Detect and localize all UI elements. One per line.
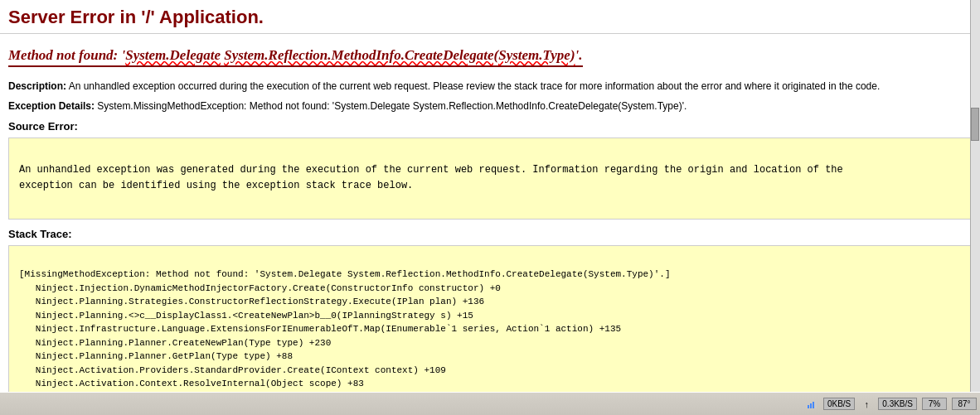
- stack-trace-box: [MissingMethodException: Method not foun…: [8, 245, 972, 415]
- temp-badge: 87°: [952, 398, 977, 410]
- method-not-found-text: Method not found: ': [8, 47, 125, 63]
- source-error-text: An unhandled exception was generated dur…: [19, 164, 843, 191]
- main-content: Method not found: 'System.Delegate Syste…: [0, 39, 980, 415]
- exception-text: System.MissingMethodException: Method no…: [95, 100, 686, 112]
- network-icon: [805, 398, 818, 411]
- taskbar: 0KB/S ↑ 0.3KB/S 7% 87°: [0, 392, 980, 415]
- error-heading: Method not found: 'System.Delegate Syste…: [8, 47, 583, 67]
- stack-trace-label: Stack Trace:: [8, 228, 972, 240]
- description-line: Description: An unhandled exception occu…: [8, 79, 972, 94]
- system-delegate-text: System.Delegate: [125, 47, 221, 63]
- exception-details-line: Exception Details: System.MissingMethodE…: [8, 99, 972, 113]
- quote-text: '.: [575, 47, 583, 63]
- description-text: An unhandled exception occurred during t…: [66, 80, 880, 92]
- page-title: Server Error in '/' Application.: [8, 7, 972, 28]
- page-wrapper: Server Error in '/' Application. Method …: [0, 0, 980, 415]
- description-label: Description:: [8, 80, 66, 92]
- error-heading-container: Method not found: 'System.Delegate Syste…: [8, 47, 972, 72]
- svg-rect-2: [813, 402, 814, 408]
- scrollbar[interactable]: [970, 0, 980, 415]
- svg-rect-3: [815, 400, 817, 408]
- scrollbar-thumb[interactable]: [971, 108, 979, 141]
- upload-icon: ↑: [860, 398, 873, 411]
- source-error-box: An unhandled exception was generated dur…: [8, 138, 972, 220]
- battery-badge: 7%: [922, 398, 947, 410]
- source-error-label: Source Error:: [8, 120, 972, 133]
- page-header: Server Error in '/' Application.: [0, 0, 980, 34]
- svg-rect-1: [810, 403, 812, 408]
- taskbar-info: 0KB/S ↑ 0.3KB/S 7% 87°: [805, 398, 977, 411]
- svg-rect-0: [808, 405, 809, 408]
- system-reflection-text: System.Reflection.MethodInfo.CreateDeleg…: [224, 47, 575, 63]
- network-up-badge: 0.3KB/S: [878, 398, 917, 410]
- exception-label: Exception Details:: [8, 100, 95, 112]
- network-down-badge: 0KB/S: [823, 398, 855, 410]
